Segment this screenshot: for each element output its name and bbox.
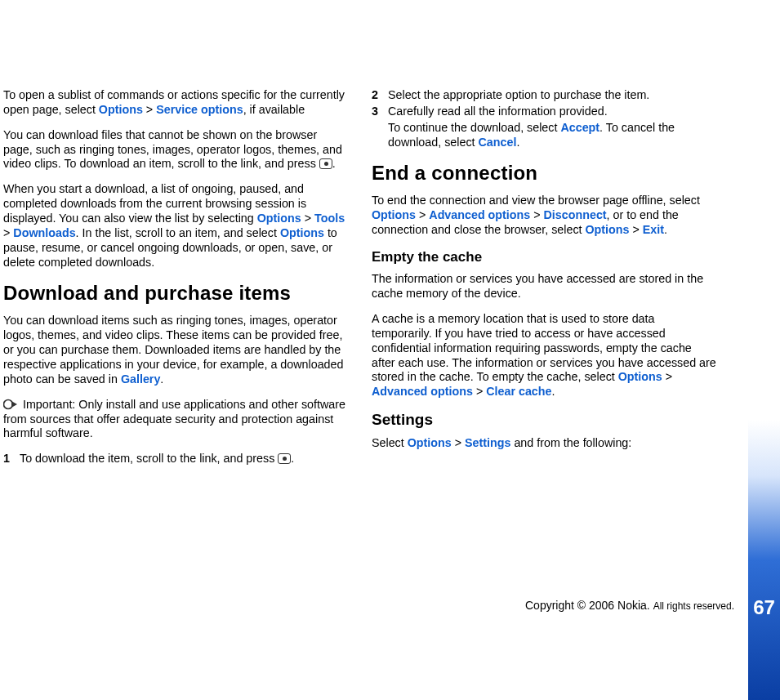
text: . [664,223,667,236]
keyword-options: Options [408,436,452,449]
keyword-options: Options [372,208,416,221]
paragraph-cache-info: The information or services you have acc… [372,272,717,301]
copyright: Copyright © 2006 Nokia. All rights reser… [525,599,734,612]
text: . [291,452,294,465]
gt: > [143,103,156,116]
keyword-options: Options [99,103,143,116]
press-button-icon [278,453,291,464]
keyword-downloads: Downloads [13,226,75,239]
heading-empty-cache: Empty the cache [372,248,717,265]
left-column: To open a sublist of commands or actions… [3,88,349,700]
svg-point-0 [4,399,13,408]
paragraph-settings: Select Options > Settings and from the f… [372,436,717,451]
text: . [552,385,555,398]
text: Select [372,436,408,449]
keyword-exit: Exit [643,223,664,236]
copyright-small: All rights reserved. [653,600,734,612]
step-number: 3 [372,105,388,119]
heading-settings: Settings [372,410,717,430]
press-button-icon [319,158,332,169]
keyword-tools: Tools [314,212,345,225]
keyword-advanced-options: Advanced options [372,385,473,398]
content-area: To open a sublist of commands or actions… [0,0,748,700]
text: and from the following: [510,436,631,449]
gt: > [3,226,13,239]
text: . [160,372,163,386]
keyword-cancel: Cancel [478,136,516,149]
heading-download-purchase: Download and purchase items [3,281,349,305]
keyword-options: Options [257,212,301,225]
keyword-accept: Accept [560,121,599,134]
keyword-options: Options [618,370,662,383]
gt: > [662,370,672,383]
keyword-options: Options [585,223,629,236]
step-2: 2 Select the appropriate option to purch… [372,88,717,103]
text: Important: Only install and use applicat… [3,398,345,440]
paragraph-download-files: You can download files that cannot be sh… [3,128,349,172]
text: , if available [243,103,305,116]
step-3-continued: To continue the download, select Accept.… [388,121,717,150]
text: You can download files that cannot be sh… [3,128,342,171]
keyword-advanced-options: Advanced options [429,208,530,221]
keyword-clear-cache: Clear cache [486,385,551,398]
text: To end the connection and view the brows… [372,194,700,207]
step-body: Carefully read all the information provi… [388,105,717,119]
page: To open a sublist of commands or actions… [0,0,780,700]
step-body: To download the item, scroll to the link… [20,452,349,466]
sidebar: Services 67 [748,0,780,700]
page-number: 67 [748,596,780,619]
text: . In the list, scroll to an item, and se… [76,226,280,239]
text: . [516,136,519,149]
keyword-settings: Settings [465,436,510,449]
step-number: 1 [3,452,20,466]
gt: > [473,385,486,398]
heading-end-connection: End a connection [372,161,717,185]
gt: > [630,223,643,236]
gt: > [452,436,465,449]
text: . [332,157,336,170]
gt: > [416,208,429,221]
text: You can download items such as ringing t… [3,314,343,385]
keyword-disconnect: Disconnect [544,208,607,221]
paragraph-cache-details: A cache is a memory location that is use… [372,312,717,399]
step-3: 3 Carefully read all the information pro… [372,105,717,119]
keyword-gallery: Gallery [121,372,160,386]
copyright-text: Copyright © 2006 Nokia. [525,599,653,612]
gt: > [301,212,314,225]
paragraph-end-connection: To end the connection and view the brows… [372,194,717,238]
paragraph-service-options: To open a sublist of commands or actions… [3,88,349,118]
keyword-service-options: Service options [156,103,243,116]
important-icon [3,399,18,410]
step-body: Select the appropriate option to purchas… [388,88,717,103]
text: Carefully read all the information provi… [388,105,608,118]
gt: > [530,208,543,221]
keyword-options: Options [280,226,324,239]
text: To continue the download, select [388,121,560,134]
paragraph-important: Important: Only install and use applicat… [3,398,349,442]
text: To download the item, scroll to the link… [20,452,278,465]
paragraph-download-list: When you start a download, a list of ong… [3,182,349,270]
step-1: 1 To download the item, scroll to the li… [3,452,349,466]
paragraph-download-items: You can download items such as ringing t… [3,314,349,386]
chapter-label: Services [777,139,780,198]
step-number: 2 [372,88,388,103]
